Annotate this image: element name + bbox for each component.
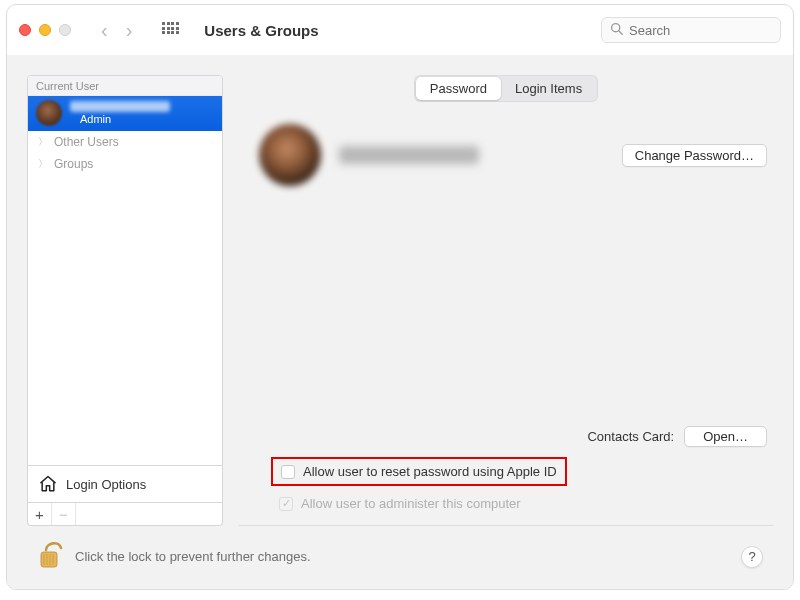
add-user-button[interactable]: + xyxy=(28,503,52,525)
tab-group: Password Login Items xyxy=(414,75,598,102)
lock-icon[interactable] xyxy=(37,540,63,573)
search-input[interactable] xyxy=(629,23,772,38)
sidebar-item-label: Other Users xyxy=(54,135,119,149)
footer: Click the lock to prevent further change… xyxy=(27,526,773,581)
tab-password[interactable]: Password xyxy=(416,77,501,100)
user-list: Current User Admin 〉 Other Users 〉 xyxy=(27,75,223,466)
window-controls xyxy=(19,24,71,36)
allow-administer-label: Allow user to administer this computer xyxy=(301,496,521,511)
profile-row: Change Password… xyxy=(239,102,773,196)
user-role: Admin xyxy=(80,113,170,125)
sidebar: Current User Admin 〉 Other Users 〉 xyxy=(27,75,223,526)
detail-panel: Password Login Items Change Password… Co… xyxy=(239,75,773,526)
allow-reset-apple-id-label: Allow user to reset password using Apple… xyxy=(303,464,557,479)
close-window-button[interactable] xyxy=(19,24,31,36)
preferences-window: ‹ › Users & Groups Current User xyxy=(6,4,794,590)
login-options-label: Login Options xyxy=(66,477,146,492)
svg-line-1 xyxy=(619,31,622,34)
avatar-icon xyxy=(36,100,62,126)
search-field[interactable] xyxy=(601,17,781,43)
login-options-row[interactable]: Login Options xyxy=(27,466,223,503)
sidebar-user-selected[interactable]: Admin xyxy=(28,96,222,131)
window-title: Users & Groups xyxy=(204,22,318,39)
remove-user-button: − xyxy=(52,503,76,525)
allow-administer-checkbox: ✓ xyxy=(279,497,293,511)
svg-rect-2 xyxy=(41,552,57,567)
body: Current User Admin 〉 Other Users 〉 xyxy=(7,55,793,589)
allow-reset-apple-id-row: Allow user to reset password using Apple… xyxy=(271,457,567,486)
sidebar-other-users[interactable]: 〉 Other Users xyxy=(28,131,222,153)
allow-reset-apple-id-checkbox[interactable] xyxy=(281,465,295,479)
nav-arrows: ‹ › xyxy=(101,19,132,42)
sidebar-item-label: Groups xyxy=(54,157,93,171)
profile-name-redacted xyxy=(339,146,479,164)
add-remove-row: + − xyxy=(27,503,223,526)
show-all-icon[interactable] xyxy=(162,22,178,38)
user-name-redacted xyxy=(70,101,170,112)
chevron-right-icon: 〉 xyxy=(38,157,48,171)
help-button[interactable]: ? xyxy=(741,546,763,568)
user-avatar[interactable] xyxy=(259,124,321,186)
change-password-button[interactable]: Change Password… xyxy=(622,144,767,167)
back-button[interactable]: ‹ xyxy=(101,19,108,42)
contacts-card-label: Contacts Card: xyxy=(587,429,674,444)
forward-button[interactable]: › xyxy=(126,19,133,42)
sidebar-section-current-user: Current User xyxy=(28,76,222,96)
allow-administer-row: ✓ Allow user to administer this computer xyxy=(239,492,773,517)
search-icon xyxy=(610,22,623,38)
chevron-right-icon: 〉 xyxy=(38,135,48,149)
tab-login-items[interactable]: Login Items xyxy=(501,77,596,100)
home-icon xyxy=(38,474,58,494)
minimize-window-button[interactable] xyxy=(39,24,51,36)
fullscreen-window-button[interactable] xyxy=(59,24,71,36)
sidebar-groups[interactable]: 〉 Groups xyxy=(28,153,222,175)
titlebar: ‹ › Users & Groups xyxy=(7,5,793,55)
contacts-card-row: Contacts Card: Open… xyxy=(239,426,773,457)
help-label: ? xyxy=(748,549,755,564)
open-contacts-button[interactable]: Open… xyxy=(684,426,767,447)
lock-hint-text: Click the lock to prevent further change… xyxy=(75,549,311,564)
